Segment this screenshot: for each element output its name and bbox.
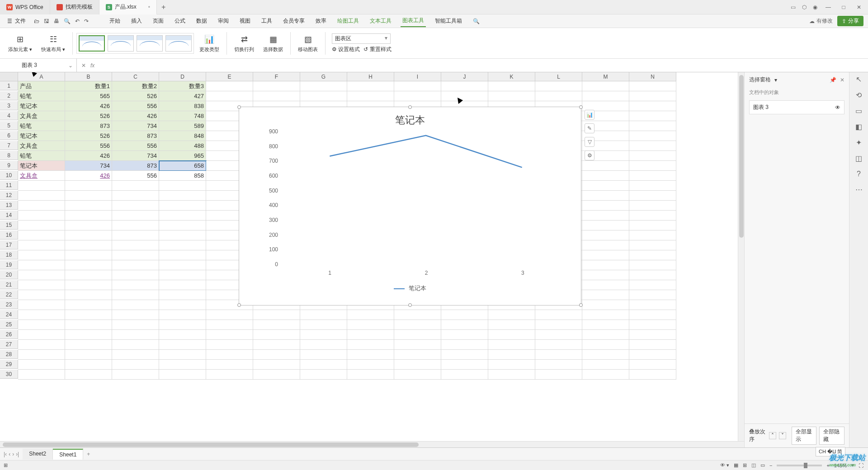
cell-M29[interactable] (582, 360, 629, 370)
cell-A12[interactable] (18, 191, 65, 201)
cell-D16[interactable] (159, 230, 206, 240)
cell-M13[interactable] (582, 201, 629, 211)
open-icon[interactable]: 🗁 (34, 18, 39, 24)
row-header-4[interactable]: 4 (0, 111, 18, 120)
row-header-23[interactable]: 23 (0, 300, 18, 309)
row-header-29[interactable]: 29 (0, 360, 18, 369)
cell-C18[interactable] (112, 250, 159, 260)
cell-B26[interactable] (65, 330, 112, 340)
cell-D11[interactable] (159, 181, 206, 191)
cell-N7[interactable] (629, 141, 676, 151)
cell-K1[interactable] (488, 81, 535, 91)
cell-K2[interactable] (488, 91, 535, 101)
order-up-button[interactable]: ˄ (769, 432, 776, 439)
cell-D19[interactable] (159, 260, 206, 270)
cell-I30[interactable] (394, 370, 441, 380)
cell-C9[interactable]: 873 (112, 161, 159, 171)
cell-C11[interactable] (112, 181, 159, 191)
cell-D26[interactable] (159, 330, 206, 340)
row-header-24[interactable]: 24 (0, 310, 18, 319)
cell-C27[interactable] (112, 340, 159, 350)
cell-F2[interactable] (253, 91, 300, 101)
cell-N5[interactable] (629, 121, 676, 131)
cell-M18[interactable] (582, 250, 629, 260)
cell-M22[interactable] (582, 290, 629, 300)
cell-C3[interactable]: 556 (112, 101, 159, 111)
col-header-C[interactable]: C (112, 72, 159, 81)
cell-C6[interactable]: 873 (112, 131, 159, 141)
cell-B14[interactable] (65, 211, 112, 221)
cell-C14[interactable] (112, 211, 159, 221)
row-header-9[interactable]: 9 (0, 161, 18, 170)
chart-style-1[interactable] (79, 35, 105, 52)
cell-I26[interactable] (394, 330, 441, 340)
cell-C12[interactable] (112, 191, 159, 201)
cell-H27[interactable] (347, 340, 394, 350)
cell-N11[interactable] (629, 181, 676, 191)
cell-K26[interactable] (488, 330, 535, 340)
cell-B22[interactable] (65, 290, 112, 300)
cell-L2[interactable] (535, 91, 582, 101)
cell-D2[interactable]: 427 (159, 91, 206, 101)
maximize-button[interactable]: □ (839, 4, 848, 10)
cell-C17[interactable] (112, 240, 159, 250)
cell-J25[interactable] (441, 320, 488, 330)
cell-E28[interactable] (206, 350, 253, 360)
cell-G28[interactable] (300, 350, 347, 360)
cell-C8[interactable]: 734 (112, 151, 159, 161)
cell-C10[interactable]: 556 (112, 171, 159, 181)
app-tab-wps[interactable]: W WPS Office (0, 0, 50, 14)
cell-A21[interactable] (18, 280, 65, 290)
cell-D23[interactable] (159, 300, 206, 310)
cell-C20[interactable] (112, 270, 159, 280)
cell-C1[interactable]: 数量2 (112, 81, 159, 91)
cube-icon[interactable]: ⬡ (802, 4, 807, 10)
cell-A11[interactable] (18, 181, 65, 191)
cell-D6[interactable]: 848 (159, 131, 206, 141)
cell-B5[interactable]: 873 (65, 121, 112, 131)
cell-C22[interactable] (112, 290, 159, 300)
cell-I27[interactable] (394, 340, 441, 350)
ribbon-tab-开始[interactable]: 开始 (108, 15, 122, 27)
cell-B15[interactable] (65, 221, 112, 230)
cell-B11[interactable] (65, 181, 112, 191)
zoom-out-button[interactable]: − (769, 463, 772, 468)
cell-H24[interactable] (347, 310, 394, 320)
move-chart-button[interactable]: ▧ 移动图表 (294, 32, 321, 55)
cell-F29[interactable] (253, 360, 300, 370)
cell-F26[interactable] (253, 330, 300, 340)
cell-H26[interactable] (347, 330, 394, 340)
cell-L30[interactable] (535, 370, 582, 380)
cell-N26[interactable] (629, 330, 676, 340)
cell-D17[interactable] (159, 240, 206, 250)
cell-N2[interactable] (629, 91, 676, 101)
cell-F30[interactable] (253, 370, 300, 380)
row-header-25[interactable]: 25 (0, 320, 18, 329)
cell-A1[interactable]: 产品 (18, 81, 65, 91)
pane-tool-icon[interactable]: ▭ (855, 107, 862, 115)
ribbon-tab-视图[interactable]: 视图 (238, 15, 252, 27)
changes-indicator[interactable]: ☁ 有修改 (809, 17, 833, 25)
cell-N9[interactable] (629, 161, 676, 171)
cell-B29[interactable] (65, 360, 112, 370)
cell-N13[interactable] (629, 201, 676, 211)
cell-E1[interactable] (206, 81, 253, 91)
cell-H2[interactable] (347, 91, 394, 101)
cell-A28[interactable] (18, 350, 65, 360)
cell-C25[interactable] (112, 320, 159, 330)
cell-I25[interactable] (394, 320, 441, 330)
cell-A25[interactable] (18, 320, 65, 330)
cell-N16[interactable] (629, 230, 676, 240)
cell-D28[interactable] (159, 350, 206, 360)
fx-icon[interactable]: fx (90, 62, 94, 69)
chart-title[interactable]: 笔记本 (239, 107, 581, 129)
add-sheet-button[interactable]: + (83, 451, 94, 457)
pin-icon[interactable]: 📌 (830, 77, 836, 83)
cell-N17[interactable] (629, 240, 676, 250)
cell-A22[interactable] (18, 290, 65, 300)
cell-H25[interactable] (347, 320, 394, 330)
cell-N30[interactable] (629, 370, 676, 380)
cell-M20[interactable] (582, 270, 629, 280)
cell-N28[interactable] (629, 350, 676, 360)
vertical-scrollbar[interactable] (738, 72, 744, 441)
